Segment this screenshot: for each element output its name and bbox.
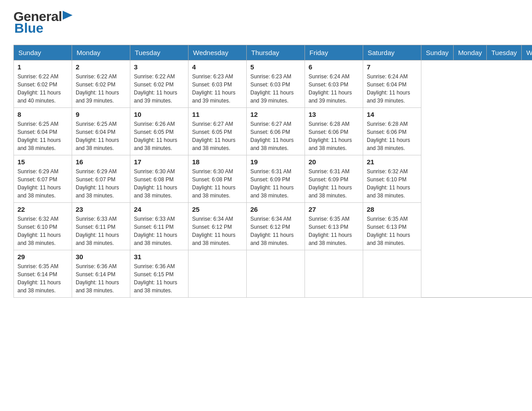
- day-number: 22: [17, 206, 68, 213]
- week-row-1: 1 Sunrise: 6:22 AM Sunset: 6:02 PM Dayli…: [14, 60, 532, 108]
- day-info: Sunrise: 6:35 AM Sunset: 6:13 PM Dayligh…: [309, 215, 359, 247]
- day-info: Sunrise: 6:22 AM Sunset: 6:02 PM Dayligh…: [17, 73, 68, 105]
- day-number: 3: [134, 63, 184, 71]
- day-info: Sunrise: 6:31 AM Sunset: 6:09 PM Dayligh…: [250, 167, 301, 200]
- day-number: 12: [250, 111, 301, 118]
- day-info: Sunrise: 6:29 AM Sunset: 6:07 PM Dayligh…: [17, 167, 68, 200]
- column-header-sunday: Sunday: [14, 45, 72, 60]
- column-header-wednesday: Wednesday: [522, 45, 532, 60]
- calendar-cell: 19 Sunrise: 6:31 AM Sunset: 6:09 PM Dayl…: [247, 155, 305, 203]
- calendar-cell: 15 Sunrise: 6:29 AM Sunset: 6:07 PM Dayl…: [14, 155, 72, 203]
- day-number: 29: [17, 253, 68, 261]
- column-header-friday: Friday: [305, 45, 363, 60]
- calendar-cell: 16 Sunrise: 6:29 AM Sunset: 6:07 PM Dayl…: [72, 155, 130, 203]
- svg-marker-0: [63, 11, 73, 20]
- day-number: 31: [134, 253, 184, 261]
- day-number: 30: [76, 253, 126, 261]
- day-number: 4: [192, 63, 243, 71]
- day-number: 23: [76, 206, 126, 213]
- day-info: Sunrise: 6:22 AM Sunset: 6:02 PM Dayligh…: [134, 73, 184, 105]
- calendar-cell: 12 Sunrise: 6:27 AM Sunset: 6:06 PM Dayl…: [247, 108, 305, 155]
- day-number: 6: [309, 63, 359, 71]
- calendar-cell: 30 Sunrise: 6:36 AM Sunset: 6:14 PM Dayl…: [72, 250, 130, 298]
- column-header-tuesday: Tuesday: [130, 45, 189, 60]
- week-row-5: 29 Sunrise: 6:35 AM Sunset: 6:14 PM Dayl…: [14, 250, 532, 298]
- column-header-monday: Monday: [453, 45, 486, 60]
- calendar-cell: 7 Sunrise: 6:24 AM Sunset: 6:04 PM Dayli…: [363, 60, 421, 108]
- day-info: Sunrise: 6:33 AM Sunset: 6:11 PM Dayligh…: [76, 215, 126, 247]
- calendar-cell: 29 Sunrise: 6:35 AM Sunset: 6:14 PM Dayl…: [14, 250, 72, 298]
- page-header: General Blue: [13, 9, 519, 36]
- day-info: Sunrise: 6:29 AM Sunset: 6:07 PM Dayligh…: [76, 167, 126, 200]
- calendar-cell: 2 Sunrise: 6:22 AM Sunset: 6:02 PM Dayli…: [72, 60, 130, 108]
- day-info: Sunrise: 6:23 AM Sunset: 6:03 PM Dayligh…: [192, 73, 243, 105]
- day-info: Sunrise: 6:25 AM Sunset: 6:04 PM Dayligh…: [17, 120, 68, 152]
- calendar-cell: 17 Sunrise: 6:30 AM Sunset: 6:08 PM Dayl…: [130, 155, 189, 203]
- day-info: Sunrise: 6:30 AM Sunset: 6:08 PM Dayligh…: [134, 167, 184, 200]
- calendar-cell: 9 Sunrise: 6:25 AM Sunset: 6:04 PM Dayli…: [72, 108, 130, 155]
- calendar-table: SundayMondayTuesdayWednesdayThursdayFrid…: [13, 45, 532, 298]
- day-number: 15: [17, 158, 68, 166]
- day-number: 26: [250, 206, 301, 213]
- day-number: 24: [134, 206, 184, 213]
- day-number: 8: [17, 111, 68, 118]
- calendar-header-row: SundayMondayTuesdayWednesdayThursdayFrid…: [14, 45, 532, 60]
- day-number: 14: [367, 111, 417, 118]
- calendar-cell: 24 Sunrise: 6:33 AM Sunset: 6:11 PM Dayl…: [130, 203, 189, 250]
- calendar-cell: 6 Sunrise: 6:24 AM Sunset: 6:03 PM Dayli…: [305, 60, 363, 108]
- day-info: Sunrise: 6:24 AM Sunset: 6:03 PM Dayligh…: [309, 73, 359, 105]
- column-header-tuesday: Tuesday: [487, 45, 522, 60]
- day-info: Sunrise: 6:32 AM Sunset: 6:10 PM Dayligh…: [17, 215, 68, 247]
- day-info: Sunrise: 6:34 AM Sunset: 6:12 PM Dayligh…: [250, 215, 301, 247]
- calendar-cell: 11 Sunrise: 6:27 AM Sunset: 6:05 PM Dayl…: [189, 108, 247, 155]
- calendar-cell: 1 Sunrise: 6:22 AM Sunset: 6:02 PM Dayli…: [14, 60, 72, 108]
- day-info: Sunrise: 6:28 AM Sunset: 6:06 PM Dayligh…: [309, 120, 359, 152]
- column-header-sunday: Sunday: [421, 45, 454, 60]
- day-number: 18: [192, 158, 243, 166]
- day-number: 9: [76, 111, 126, 118]
- day-number: 10: [134, 111, 184, 118]
- day-info: Sunrise: 6:35 AM Sunset: 6:14 PM Dayligh…: [17, 262, 68, 295]
- day-info: Sunrise: 6:34 AM Sunset: 6:12 PM Dayligh…: [192, 215, 243, 247]
- calendar-cell: 8 Sunrise: 6:25 AM Sunset: 6:04 PM Dayli…: [14, 108, 72, 155]
- column-header-saturday: Saturday: [363, 45, 421, 60]
- calendar-cell: 18 Sunrise: 6:30 AM Sunset: 6:08 PM Dayl…: [189, 155, 247, 203]
- calendar-cell: [305, 250, 363, 298]
- day-number: 20: [309, 158, 359, 166]
- calendar-cell: 22 Sunrise: 6:32 AM Sunset: 6:10 PM Dayl…: [14, 203, 72, 250]
- day-info: Sunrise: 6:26 AM Sunset: 6:05 PM Dayligh…: [134, 120, 184, 152]
- day-info: Sunrise: 6:36 AM Sunset: 6:15 PM Dayligh…: [134, 262, 184, 295]
- calendar-cell: 13 Sunrise: 6:28 AM Sunset: 6:06 PM Dayl…: [305, 108, 363, 155]
- day-info: Sunrise: 6:27 AM Sunset: 6:05 PM Dayligh…: [192, 120, 243, 152]
- logo-arrow-icon: [63, 11, 73, 23]
- column-header-thursday: Thursday: [247, 45, 305, 60]
- calendar-cell: 27 Sunrise: 6:35 AM Sunset: 6:13 PM Dayl…: [305, 203, 363, 250]
- day-info: Sunrise: 6:22 AM Sunset: 6:02 PM Dayligh…: [76, 73, 126, 105]
- calendar-cell: 28 Sunrise: 6:35 AM Sunset: 6:13 PM Dayl…: [363, 203, 421, 250]
- calendar-cell: [363, 250, 421, 298]
- day-number: 1: [17, 63, 68, 71]
- calendar-cell: 23 Sunrise: 6:33 AM Sunset: 6:11 PM Dayl…: [72, 203, 130, 250]
- day-number: 25: [192, 206, 243, 213]
- day-number: 7: [367, 63, 417, 71]
- day-number: 28: [367, 206, 417, 213]
- week-row-4: 22 Sunrise: 6:32 AM Sunset: 6:10 PM Dayl…: [14, 203, 532, 250]
- day-number: 13: [309, 111, 359, 118]
- calendar-cell: [189, 250, 247, 298]
- day-info: Sunrise: 6:31 AM Sunset: 6:09 PM Dayligh…: [309, 167, 359, 200]
- column-header-wednesday: Wednesday: [189, 45, 247, 60]
- day-number: 11: [192, 111, 243, 118]
- day-info: Sunrise: 6:36 AM Sunset: 6:14 PM Dayligh…: [76, 262, 126, 295]
- logo: General Blue: [13, 9, 73, 36]
- day-info: Sunrise: 6:30 AM Sunset: 6:08 PM Dayligh…: [192, 167, 243, 200]
- column-header-monday: Monday: [72, 45, 130, 60]
- calendar-cell: 20 Sunrise: 6:31 AM Sunset: 6:09 PM Dayl…: [305, 155, 363, 203]
- calendar-cell: 25 Sunrise: 6:34 AM Sunset: 6:12 PM Dayl…: [189, 203, 247, 250]
- day-info: Sunrise: 6:33 AM Sunset: 6:11 PM Dayligh…: [134, 215, 184, 247]
- day-number: 27: [309, 206, 359, 213]
- calendar-cell: 14 Sunrise: 6:28 AM Sunset: 6:06 PM Dayl…: [363, 108, 421, 155]
- calendar-cell: 21 Sunrise: 6:32 AM Sunset: 6:10 PM Dayl…: [363, 155, 421, 203]
- day-number: 17: [134, 158, 184, 166]
- calendar-cell: [247, 250, 305, 298]
- calendar-cell: 31 Sunrise: 6:36 AM Sunset: 6:15 PM Dayl…: [130, 250, 189, 298]
